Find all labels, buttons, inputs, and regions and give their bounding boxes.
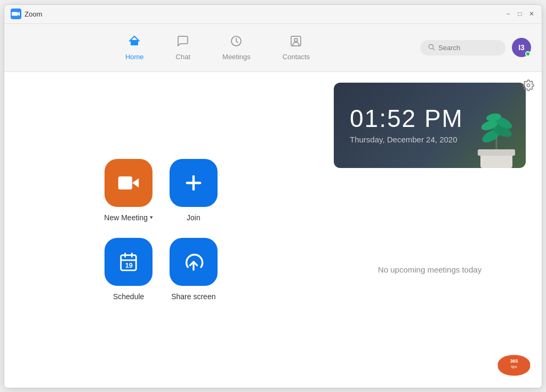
search-area: I3 <box>420 38 531 57</box>
schedule-button[interactable]: 19 <box>105 238 152 286</box>
schedule-action[interactable]: 19 Schedule <box>104 238 153 301</box>
search-input[interactable] <box>438 44 498 52</box>
titlebar: Zoom − □ ✕ <box>4 5 542 24</box>
avatar[interactable]: I3 <box>512 38 531 57</box>
tab-home[interactable]: Home <box>115 30 155 65</box>
minimize-button[interactable]: − <box>504 10 512 18</box>
tab-home-label: Home <box>125 53 144 61</box>
camera-icon <box>117 172 140 194</box>
clock-time: 01:52 PM <box>350 106 463 131</box>
titlebar-logo: Zoom <box>11 9 42 19</box>
schedule-label: Schedule <box>113 292 144 301</box>
navbar: Home Chat Meetings <box>4 24 542 72</box>
tab-contacts-label: Contacts <box>283 53 310 61</box>
share-screen-button[interactable] <box>170 238 218 286</box>
svg-text:tips: tips <box>511 364 517 369</box>
calendar-icon: 19 <box>118 252 139 272</box>
clock-banner: 01:52 PM Thursday, December 24, 2020 <box>334 83 526 168</box>
settings-gear-button[interactable] <box>523 79 534 94</box>
avatar-initials: I3 <box>518 43 525 52</box>
app-title: Zoom <box>25 10 42 18</box>
zoom-logo-icon <box>11 9 21 19</box>
nav-tabs: Home Chat Meetings <box>15 30 420 65</box>
svg-text:365: 365 <box>510 358 518 363</box>
left-panel: New Meeting ▾ Join <box>4 72 318 388</box>
tab-contacts[interactable]: Contacts <box>272 30 320 65</box>
svg-rect-1 <box>131 40 138 45</box>
join-button[interactable] <box>170 159 218 207</box>
home-icon <box>128 35 141 51</box>
svg-rect-18 <box>478 149 515 156</box>
no-meetings-message: No upcoming meetings today <box>378 168 481 372</box>
plant-decoration <box>467 93 520 168</box>
svg-line-6 <box>433 48 435 50</box>
tab-chat-label: Chat <box>176 53 190 61</box>
new-meeting-label: New Meeting ▾ <box>104 213 153 222</box>
search-box <box>420 40 505 55</box>
tab-meetings-label: Meetings <box>222 53 251 61</box>
app-window: Zoom − □ ✕ Home <box>4 4 542 388</box>
svg-point-7 <box>527 84 530 87</box>
right-panel: 01:52 PM Thursday, December 24, 2020 <box>318 72 542 388</box>
online-status-dot <box>525 51 531 57</box>
share-icon <box>183 251 204 273</box>
action-grid: New Meeting ▾ Join <box>104 159 218 301</box>
clock-date: Thursday, December 24, 2020 <box>350 135 457 144</box>
svg-point-4 <box>294 38 298 42</box>
close-button[interactable]: ✕ <box>528 10 535 18</box>
new-meeting-chevron: ▾ <box>150 214 153 221</box>
contacts-icon <box>290 35 302 51</box>
share-screen-label: Share screen <box>171 292 215 301</box>
svg-rect-8 <box>118 176 132 189</box>
main-content: New Meeting ▾ Join <box>4 72 542 388</box>
tab-meetings[interactable]: Meetings <box>212 30 261 65</box>
chat-icon <box>176 35 189 51</box>
share-screen-action[interactable]: Share screen <box>169 238 218 301</box>
plus-icon <box>182 172 205 194</box>
meetings-icon <box>230 35 243 51</box>
svg-text:19: 19 <box>125 262 133 269</box>
join-label: Join <box>187 213 200 222</box>
join-action[interactable]: Join <box>169 159 218 222</box>
365tips-badge[interactable]: 365 tips <box>497 351 531 377</box>
search-icon <box>428 43 435 52</box>
new-meeting-button[interactable] <box>105 159 152 207</box>
tab-chat[interactable]: Chat <box>165 30 201 65</box>
titlebar-controls: − □ ✕ <box>504 10 535 18</box>
maximize-button[interactable]: □ <box>516 10 524 18</box>
new-meeting-action[interactable]: New Meeting ▾ <box>104 159 153 222</box>
